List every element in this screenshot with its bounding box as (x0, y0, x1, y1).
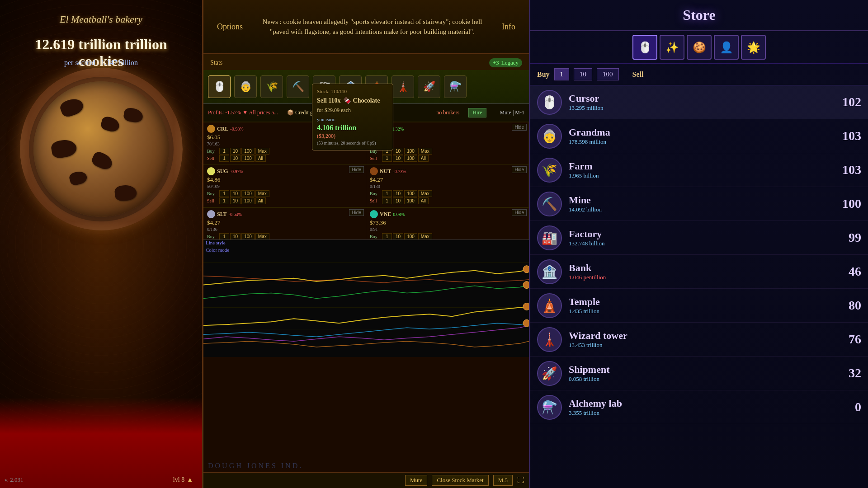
bldg-icon-alchemy[interactable]: ⚗️ (444, 75, 467, 98)
temple-item-owned: 80 (849, 298, 861, 313)
legacy-badge[interactable]: +3 Legacy (489, 58, 522, 67)
store-item-temple[interactable]: 🛕 Temple 1.435 trillion 80 (530, 289, 868, 323)
nut-buy-max[interactable]: Max (418, 190, 432, 197)
nut-buy-1[interactable]: 1 (382, 190, 392, 197)
nut-sell-all[interactable]: All (418, 197, 429, 204)
big-cookie[interactable] (20, 68, 183, 230)
broker-label: no brokers (436, 109, 459, 116)
info-button[interactable]: Info (497, 20, 520, 34)
store-wand-icon[interactable]: 🌟 (741, 35, 766, 60)
nut-hide-btn[interactable]: Hide (512, 166, 527, 173)
hire-button[interactable]: Hire (468, 108, 486, 117)
slt-hide-btn[interactable]: Hide (349, 209, 364, 216)
level-text: lvl 8 (173, 476, 184, 483)
bank-item-owned: 46 (849, 264, 861, 279)
nut-sell-1[interactable]: 1 (382, 197, 392, 204)
slt-buy-max[interactable]: Max (255, 233, 269, 240)
store-cookie-icon[interactable]: 🍪 (687, 35, 712, 60)
options-button[interactable]: Options (212, 20, 247, 34)
bldg-icon-cursor[interactable]: 🖱️ (208, 75, 231, 98)
m5-btn[interactable]: M.5 (493, 475, 513, 486)
store-item-factory[interactable]: 🏭 Factory 132.748 billion 99 (530, 221, 868, 255)
store-item-wizard-tower[interactable]: 🗼 Wizard tower 13.453 trillion 76 (530, 323, 868, 357)
line-style-btn[interactable]: Line style (206, 239, 229, 246)
crl-name: CRL (217, 126, 228, 132)
str-sell-1[interactable]: 1 (382, 155, 392, 162)
sug-buy-1[interactable]: 1 (219, 190, 229, 197)
crl-buy-1[interactable]: 1 (219, 148, 229, 155)
mute-btn[interactable]: Mute (405, 475, 427, 486)
crl-buy-100[interactable]: 100 (241, 148, 255, 155)
profits-text: Profits: -1.57% ▼ All prices a... (208, 109, 278, 116)
wizard-tower-item-owned: 76 (849, 332, 861, 347)
vne-name: VNE (380, 211, 391, 218)
sug-buy-max[interactable]: Max (255, 190, 269, 197)
bldg-icon-grandma[interactable]: 👵 (234, 75, 257, 98)
bldg-icon-wizard[interactable]: 🗼 (392, 75, 414, 98)
store-item-grandma[interactable]: 👵 Grandma 178.598 million 103 (530, 119, 868, 153)
wizard-tower-item-info: Wizard tower 13.453 trillion (569, 330, 861, 349)
color-mode-btn[interactable]: Color mode (206, 247, 229, 253)
sug-sell-10[interactable]: 10 (230, 197, 241, 204)
store-item-alchemy-lab[interactable]: ⚗️ Alchemy lab 3.355 trillion 0 (530, 390, 868, 424)
sug-buy-100[interactable]: 100 (241, 190, 255, 197)
store-item-bank[interactable]: 🏦 Bank 1.046 pentillion 46 (530, 255, 868, 289)
nut-buy-10[interactable]: 10 (393, 190, 403, 197)
nut-icon (370, 167, 378, 175)
crl-sell-all[interactable]: All (255, 155, 266, 162)
store-cursor-icon[interactable]: 🖱️ (632, 35, 657, 60)
sug-hide-btn[interactable]: Hide (349, 166, 364, 173)
bldg-icon-farm[interactable]: 🌾 (260, 75, 283, 98)
store-upgrade-icon[interactable]: ✨ (660, 35, 684, 60)
buy-10-btn[interactable]: 10 (574, 68, 592, 80)
bldg-icon-mine[interactable]: ⛏️ (287, 75, 309, 98)
sug-buy-10[interactable]: 10 (230, 190, 241, 197)
cursor-item-info: Cursor 13.295 million (569, 93, 861, 112)
slt-buy-100[interactable]: 100 (241, 233, 255, 240)
buy-100-btn[interactable]: 100 (597, 68, 619, 80)
nut-buy-100[interactable]: 100 (404, 190, 417, 197)
buy-1-btn[interactable]: 1 (554, 68, 570, 80)
vne-buy-10[interactable]: 10 (393, 233, 403, 240)
store-item-mine[interactable]: ⛏️ Mine 14.092 billion 100 (530, 187, 868, 221)
sug-sell-1[interactable]: 1 (219, 197, 229, 204)
crl-sell-1[interactable]: 1 (219, 155, 229, 162)
sug-sell-all[interactable]: All (255, 197, 266, 204)
crl-buy-max[interactable]: Max (255, 148, 269, 155)
vne-stock: 0/91 (370, 227, 525, 232)
crl-sell-10[interactable]: 10 (230, 155, 241, 162)
vne-buy-1[interactable]: 1 (382, 233, 392, 240)
bldg-icon-ship[interactable]: 🚀 (418, 75, 440, 98)
store-item-farm[interactable]: 🌾 Farm 1.965 billion 103 (530, 153, 868, 187)
cookie-number: 12.619 trillion (35, 36, 121, 52)
str-sell-100[interactable]: 100 (404, 155, 417, 162)
str-buy-100[interactable]: 100 (404, 148, 417, 155)
sug-pct: -0.97% (230, 169, 243, 174)
str-buy-max[interactable]: Max (418, 148, 432, 155)
vne-buy-max[interactable]: Max (418, 233, 432, 240)
str-sell-all[interactable]: All (418, 155, 429, 162)
stats-button[interactable]: Stats (210, 59, 222, 66)
close-stock-market-btn[interactable]: Close Stock Market (432, 475, 488, 486)
store-item-shipment[interactable]: 🚀 Shipment 0.058 trillion 32 (530, 357, 868, 390)
legacy-plus: +3 (493, 59, 499, 66)
per-second: per second : 1.147 billion (0, 59, 202, 67)
top-banner: Options News : cookie heaven allegedly "… (203, 0, 529, 54)
crl-buy-10[interactable]: 10 (230, 148, 241, 155)
nut-name: NUT (380, 168, 391, 175)
nut-sell-10[interactable]: 10 (393, 197, 403, 204)
slt-buy-1[interactable]: 1 (219, 233, 229, 240)
vne-hide-btn[interactable]: Hide (512, 209, 527, 216)
crl-sell-100[interactable]: 100 (241, 155, 255, 162)
vne-buy-100[interactable]: 100 (404, 233, 417, 240)
str-hide-btn[interactable]: Hide (512, 124, 527, 131)
slt-buy-10[interactable]: 10 (230, 233, 241, 240)
str-sell-10[interactable]: 10 (393, 155, 403, 162)
bank-item-info: Bank 1.046 pentillion (569, 262, 861, 281)
mine-item-info: Mine 14.092 billion (569, 194, 861, 213)
store-item-cursor[interactable]: 🖱️ Cursor 13.295 million 102 (530, 85, 868, 119)
store-special-icon[interactable]: 👤 (714, 35, 739, 60)
sug-sell-100[interactable]: 100 (241, 197, 255, 204)
nut-sell-100[interactable]: 100 (404, 197, 417, 204)
str-buy-10[interactable]: 10 (393, 148, 403, 155)
